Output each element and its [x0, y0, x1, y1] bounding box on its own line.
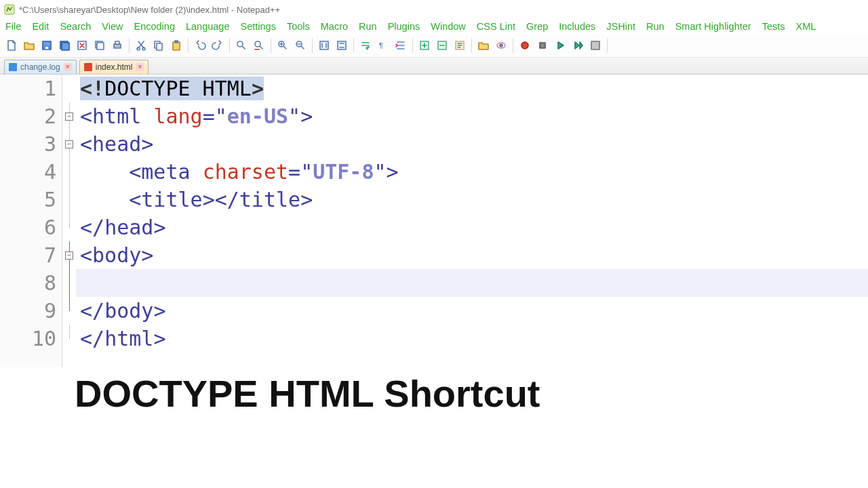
code-line[interactable]: <title></title> — [76, 186, 868, 214]
fold-icon[interactable] — [417, 38, 432, 53]
new-file-icon[interactable] — [4, 38, 19, 53]
close-icon[interactable] — [75, 38, 90, 53]
code-line[interactable]: <meta charset="UTF-8"> — [76, 158, 868, 186]
menu-item-tools[interactable]: Tools — [287, 21, 310, 32]
menu-item-xml[interactable]: XML — [795, 21, 816, 32]
find-icon[interactable] — [234, 38, 249, 53]
svg-point-11 — [142, 47, 145, 50]
fold-cell[interactable]: − — [62, 102, 76, 130]
save-icon[interactable] — [39, 38, 54, 53]
copy-icon[interactable] — [151, 38, 166, 53]
line-number: 1 — [0, 75, 56, 102]
document-tab[interactable]: index.html × — [79, 60, 149, 74]
folder-icon[interactable] — [476, 38, 491, 53]
menu-bar: FileEditSearchViewEncodingLanguageSettin… — [0, 19, 868, 34]
fold-column[interactable]: −−− — [62, 75, 76, 367]
fold-toggle-icon[interactable]: − — [65, 113, 73, 121]
indent-guide-icon[interactable] — [393, 38, 408, 53]
code-area[interactable]: <!DOCTYPE HTML><html lang="en-US"><head>… — [76, 75, 868, 367]
code-line[interactable]: <head> — [76, 130, 868, 158]
menu-item-window[interactable]: Window — [431, 21, 466, 32]
save-macro-icon[interactable] — [588, 38, 603, 53]
undo-icon[interactable] — [193, 38, 208, 53]
code-line[interactable]: <body> — [76, 241, 868, 269]
menu-item-css-lint[interactable]: CSS Lint — [477, 21, 515, 32]
code-line[interactable]: </html> — [76, 325, 868, 352]
svg-rect-20 — [320, 41, 328, 49]
zoom-out-icon[interactable] — [293, 38, 308, 53]
print-icon[interactable] — [110, 38, 125, 53]
fold-cell — [62, 214, 76, 241]
fold-cell[interactable]: − — [62, 130, 76, 158]
menu-item-file[interactable]: File — [5, 21, 21, 32]
paste-icon[interactable] — [169, 38, 184, 53]
document-tab[interactable]: change.log × — [4, 60, 77, 74]
line-number: 10 — [0, 325, 56, 352]
menu-item-run[interactable]: Run — [646, 21, 665, 32]
menu-item-edit[interactable]: Edit — [32, 21, 49, 32]
menu-item-macro[interactable]: Macro — [321, 21, 348, 32]
svg-rect-2 — [45, 46, 49, 49]
menu-item-search[interactable]: Search — [60, 21, 91, 32]
save-all-icon[interactable] — [57, 38, 72, 53]
code-line[interactable]: </body> — [76, 297, 868, 325]
menu-item-tests[interactable]: Tests — [762, 21, 785, 32]
tool-bar: ¶ — [0, 34, 868, 58]
menu-item-language[interactable]: Language — [186, 21, 230, 32]
replace-icon[interactable] — [252, 38, 267, 53]
fold-toggle-icon[interactable]: − — [65, 140, 73, 148]
code-editor[interactable]: 12345678910 −−− <!DOCTYPE HTML><html lan… — [0, 75, 868, 367]
play-icon[interactable] — [553, 38, 568, 53]
line-number-gutter: 12345678910 — [0, 75, 62, 367]
stop-icon[interactable] — [535, 38, 550, 53]
fold-toggle-icon[interactable]: − — [65, 251, 73, 260]
line-number: 2 — [0, 102, 56, 130]
fold-cell — [62, 186, 76, 214]
zoom-in-icon[interactable] — [275, 38, 290, 53]
show-ws-icon[interactable]: ¶ — [376, 38, 391, 53]
close-tab-icon[interactable]: × — [64, 63, 72, 71]
monitor-icon[interactable] — [494, 38, 509, 53]
function-list-icon[interactable] — [452, 38, 467, 53]
fold-cell[interactable]: − — [62, 241, 76, 269]
svg-rect-8 — [114, 44, 121, 48]
fold-cell — [62, 158, 76, 186]
app-icon — [4, 4, 15, 15]
menu-item-settings[interactable]: Settings — [240, 21, 275, 32]
unfold-icon[interactable] — [435, 38, 450, 53]
cut-icon[interactable] — [134, 38, 149, 53]
fold-cell — [62, 325, 76, 352]
line-number: 6 — [0, 214, 56, 241]
record-icon[interactable] — [517, 38, 532, 53]
toolbar-separator — [129, 38, 130, 53]
code-line[interactable] — [76, 269, 868, 297]
menu-item-encoding[interactable]: Encoding — [134, 21, 175, 32]
close-all-icon[interactable] — [92, 38, 107, 53]
fold-cell — [62, 297, 76, 325]
sync-h-icon[interactable] — [334, 38, 349, 53]
menu-item-jshint[interactable]: JSHint — [606, 21, 635, 32]
code-line[interactable]: <!DOCTYPE HTML> — [76, 75, 868, 102]
menu-item-run[interactable]: Run — [359, 21, 377, 32]
toolbar-separator — [188, 38, 189, 53]
menu-item-smart-highlighter[interactable]: Smart Highlighter — [675, 21, 751, 32]
close-tab-icon[interactable]: × — [136, 63, 144, 71]
wrap-icon[interactable] — [358, 38, 373, 53]
sync-v-icon[interactable] — [317, 38, 332, 53]
line-number: 3 — [0, 130, 56, 158]
code-line[interactable]: </head> — [76, 214, 868, 241]
code-line[interactable]: <html lang="en-US"> — [76, 102, 868, 130]
tab-label: change.log — [20, 62, 60, 72]
file-icon — [84, 63, 92, 71]
svg-point-10 — [137, 47, 140, 50]
menu-item-view[interactable]: View — [102, 21, 123, 32]
toolbar-separator — [607, 38, 608, 53]
svg-rect-15 — [175, 41, 178, 43]
redo-icon[interactable] — [210, 38, 225, 53]
menu-item-includes[interactable]: Includes — [559, 21, 595, 32]
menu-item-grep[interactable]: Grep — [526, 21, 548, 32]
playn-icon[interactable] — [570, 38, 585, 53]
menu-item-plugins[interactable]: Plugins — [388, 21, 420, 32]
open-file-icon[interactable] — [22, 38, 37, 53]
toolbar-separator — [471, 38, 472, 53]
